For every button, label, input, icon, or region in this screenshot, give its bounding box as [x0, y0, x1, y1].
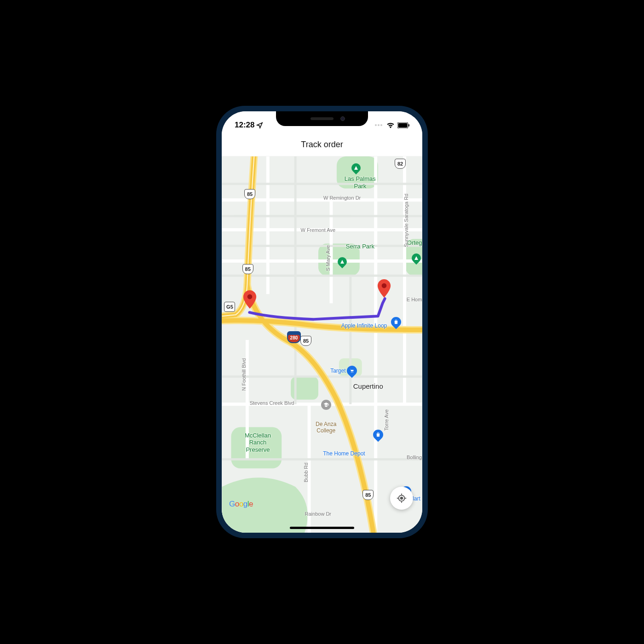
label-las-palmas: Las PalmasPark: [345, 176, 376, 190]
page-title: Track order: [301, 140, 343, 150]
origin-pin[interactable]: [243, 290, 257, 310]
label-sunnyvale-saratoga: Sunnyvale Saratoga Rd: [403, 194, 409, 247]
label-rainbow: Rainbow Dr: [305, 511, 331, 517]
label-stevens-creek: Stevens Creek Blvd: [250, 400, 294, 406]
google-logo: Google: [229, 500, 253, 509]
phone-bezel: 12:28 Track order: [222, 111, 422, 533]
highway-shield-85: 85: [244, 189, 255, 199]
svg-point-0: [375, 124, 377, 126]
label-bollinger: Bolling: [407, 454, 422, 460]
home-indicator[interactable]: [290, 527, 354, 529]
svg-rect-4: [398, 123, 408, 127]
label-mcclellan: McClellanRanchPreserve: [245, 431, 271, 453]
svg-point-32: [382, 283, 387, 288]
battery-icon: [397, 122, 409, 128]
label-torre-ave: Torre Ave: [384, 409, 389, 430]
highway-shield-85: 85: [362, 490, 374, 500]
label-w-fremont: W Fremont Ave: [300, 227, 335, 233]
highway-shield-g5: G5: [224, 302, 235, 312]
label-n-foothill: N Foothill Blvd: [241, 358, 247, 391]
svg-point-34: [353, 372, 354, 373]
highway-shield-85: 85: [300, 336, 311, 346]
label-w-remington: W Remington Dr: [323, 195, 361, 201]
label-bubb: Bubb Rd: [303, 463, 309, 483]
label-target[interactable]: Target: [330, 368, 345, 374]
label-e-hom: E Hom: [407, 297, 422, 302]
location-arrow-icon: [256, 122, 263, 129]
notch: [276, 111, 368, 126]
highway-shield-85: 85: [242, 264, 253, 274]
crosshair-icon: [397, 493, 407, 503]
label-ortega: Ortega: [407, 239, 422, 247]
label-apple-infinite[interactable]: Apple Infinite Loop: [341, 322, 387, 329]
cellular-dots-icon: [374, 122, 384, 128]
label-cupertino: Cupertino: [353, 382, 383, 390]
label-s-mary: S Mary Ave: [325, 245, 331, 271]
education-icon: [321, 400, 331, 410]
map-view[interactable]: 82 85 85 85 85 G5 280: [222, 156, 422, 533]
screen: 12:28 Track order: [222, 111, 422, 533]
status-time-group: 12:28: [235, 121, 263, 130]
svg-point-31: [247, 294, 253, 299]
status-indicators: [374, 122, 409, 128]
status-time: 12:28: [235, 121, 254, 130]
label-serra-park: Serra Park: [346, 243, 374, 251]
svg-point-2: [380, 124, 382, 126]
map-tiles: [222, 156, 422, 533]
svg-point-33: [351, 372, 352, 373]
my-location-button[interactable]: [390, 487, 413, 510]
destination-pin[interactable]: [377, 279, 391, 299]
highway-shield-82: 82: [395, 159, 406, 169]
phone-frame: 12:28 Track order: [216, 106, 428, 538]
label-de-anza: De AnzaCollege: [316, 421, 336, 434]
label-home-depot[interactable]: The Home Depot: [323, 450, 365, 457]
svg-point-38: [401, 497, 403, 500]
highway-shield-280: 280: [287, 331, 301, 343]
wifi-icon: [386, 122, 395, 128]
svg-rect-5: [408, 124, 409, 126]
svg-point-1: [378, 124, 380, 126]
page-header: Track order: [222, 133, 422, 156]
